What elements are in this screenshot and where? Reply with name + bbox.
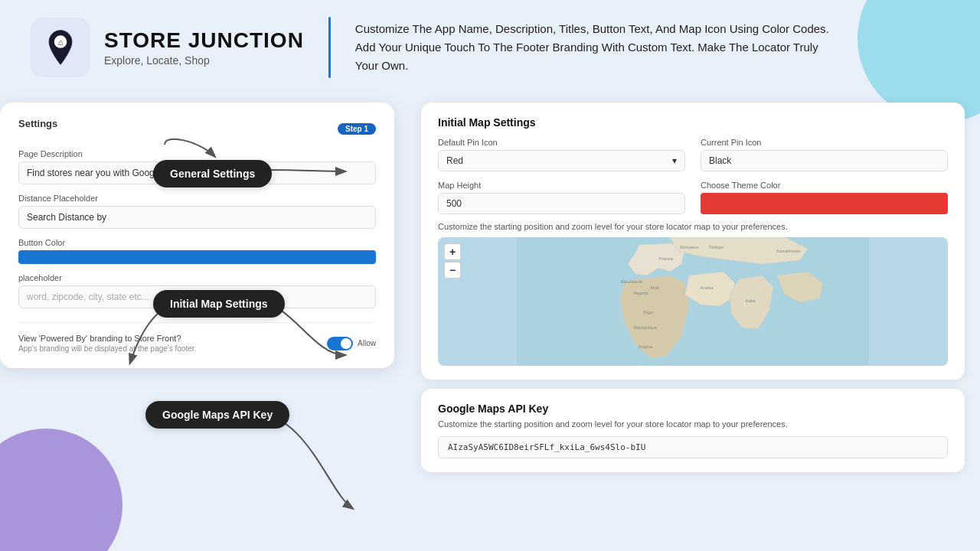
- footer-branding-text: View 'Powered By' branding to Store Fron…: [18, 334, 196, 343]
- footer-branding-section: View 'Powered By' branding to Store Fron…: [18, 322, 376, 353]
- logo-area: ⌂ STORE JUNCTION Explore, Locate, Shop: [31, 18, 304, 77]
- right-panel: Initial Map Settings Default Pin Icon Re…: [413, 95, 980, 546]
- svg-text:Nigeria: Nigeria: [633, 291, 648, 295]
- svg-text:⌂: ⌂: [58, 37, 64, 47]
- toggle-label: Allow: [358, 339, 376, 347]
- svg-text:Romania: Romania: [680, 245, 699, 249]
- footer-branding-row: View 'Powered By' branding to Store Fron…: [18, 334, 376, 353]
- svg-text:Angola: Angola: [639, 344, 653, 349]
- google-maps-api-card: Google Maps API Key Customize the starti…: [421, 389, 965, 472]
- header-divider: [328, 17, 331, 78]
- header: ⌂ STORE JUNCTION Explore, Locate, Shop C…: [0, 0, 980, 95]
- map-height-label: Map Height: [438, 181, 685, 190]
- header-description: Customize The App Name, Description, Tit…: [355, 20, 830, 75]
- app-tagline: Explore, Locate, Shop: [104, 54, 304, 67]
- svg-text:Arabia: Arabia: [700, 285, 714, 290]
- svg-text:India: India: [745, 298, 756, 303]
- google-maps-api-key-label: Google Maps API Key: [145, 401, 289, 429]
- distance-placeholder-label: Distance Placeholder: [18, 194, 376, 203]
- button-color-group: Button Color: [18, 238, 376, 264]
- settings-card-title: Settings: [18, 118, 57, 129]
- initial-map-settings-card-title: Initial Map Settings: [438, 116, 948, 129]
- button-color-bar[interactable]: [18, 250, 376, 264]
- map-zoom-out[interactable]: −: [444, 262, 461, 279]
- footer-branding-sub: App's branding will be displayed at the …: [18, 344, 196, 353]
- initial-map-settings-grid: Default Pin Icon Red ▾ Current Pin Icon …: [438, 138, 948, 214]
- api-key-input[interactable]: AIzaSyA5WC6ID8eirSFLf_kxiLa_6ws4Slo-bIU: [438, 436, 948, 458]
- initial-map-settings-label: Initial Map Settings: [153, 290, 285, 318]
- current-pin-icon-input[interactable]: Black: [701, 150, 948, 171]
- settings-preview-card: Settings Step 1 Page Description Find st…: [0, 103, 394, 368]
- current-pin-icon-group: Current Pin Icon Black: [701, 138, 948, 171]
- app-name: STORE JUNCTION: [104, 28, 304, 53]
- map-description: Customize the starting position and zoom…: [438, 222, 948, 231]
- left-panel: Settings Step 1 Page Description Find st…: [0, 95, 413, 546]
- general-settings-label: General Settings: [153, 160, 272, 187]
- toggle-thumb: [341, 338, 351, 349]
- google-maps-api-title: Google Maps API Key: [438, 403, 948, 415]
- map-height-input[interactable]: 500: [438, 193, 685, 214]
- distance-placeholder-input[interactable]: Search Distance by: [18, 206, 376, 229]
- default-pin-icon-group: Default Pin Icon Red ▾: [438, 138, 685, 171]
- svg-text:Türkiye: Türkiye: [708, 245, 724, 249]
- svg-text:République: République: [634, 325, 658, 330]
- map-svg: Niger Nigeria France Arabia India Romani…: [438, 237, 948, 366]
- map-zoom-in[interactable]: +: [444, 243, 461, 260]
- page-description-label: Page Description: [18, 149, 376, 158]
- toggle-switch[interactable]: Allow: [327, 337, 376, 350]
- current-pin-icon-label: Current Pin Icon: [701, 138, 948, 147]
- initial-map-settings-card: Initial Map Settings Default Pin Icon Re…: [421, 103, 965, 380]
- svg-text:Mali: Mali: [650, 285, 658, 290]
- search-placeholder-label: placeholder: [18, 273, 376, 282]
- svg-text:Kazakhstan: Kazakhstan: [776, 249, 800, 253]
- svg-text:Mauritanie: Mauritanie: [621, 279, 643, 284]
- theme-color-swatch[interactable]: [701, 193, 948, 214]
- theme-color-group: Choose Theme Color: [701, 181, 948, 214]
- svg-text:France: France: [659, 256, 674, 261]
- settings-badge: Step 1: [338, 123, 376, 135]
- default-pin-icon-label: Default Pin Icon: [438, 138, 685, 147]
- svg-text:Niger: Niger: [643, 310, 654, 315]
- logo-box: ⌂: [31, 18, 90, 77]
- google-maps-api-desc: Customize the starting position and zoom…: [438, 419, 948, 429]
- distance-placeholder-group: Distance Placeholder Search Distance by: [18, 194, 376, 229]
- default-pin-icon-select[interactable]: Red ▾: [438, 150, 685, 171]
- logo-text: STORE JUNCTION Explore, Locate, Shop: [104, 28, 304, 67]
- map-container[interactable]: Niger Nigeria France Arabia India Romani…: [438, 237, 948, 366]
- logo-icon: ⌂: [42, 29, 79, 66]
- main-content: Settings Step 1 Page Description Find st…: [0, 95, 980, 546]
- map-height-group: Map Height 500: [438, 181, 685, 214]
- map-zoom-controls: + −: [444, 243, 461, 279]
- theme-color-label: Choose Theme Color: [701, 181, 948, 190]
- button-color-label: Button Color: [18, 238, 376, 247]
- toggle-track[interactable]: [327, 337, 353, 350]
- select-chevron-icon: ▾: [672, 155, 677, 166]
- svg-rect-2: [517, 237, 869, 366]
